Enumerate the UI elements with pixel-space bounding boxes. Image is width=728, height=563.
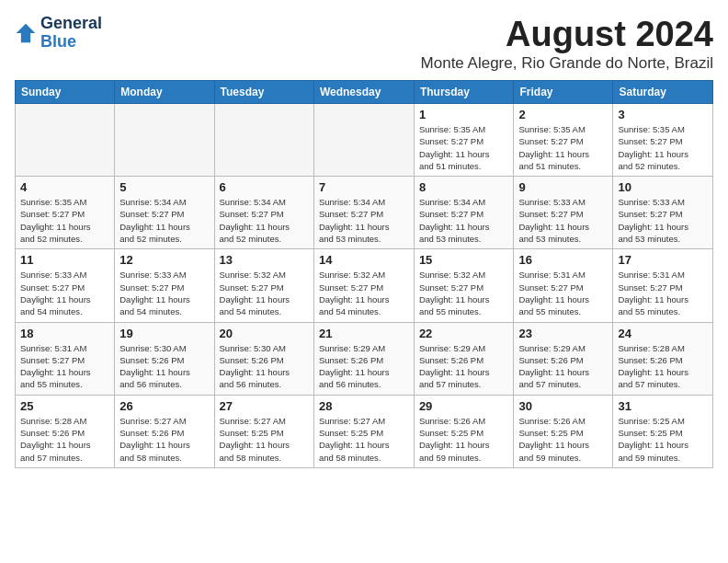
day-info: Sunrise: 5:25 AM Sunset: 5:25 PM Dayligh… [618, 415, 708, 464]
day-number: 11 [20, 253, 109, 267]
weekday-header-row: SundayMondayTuesdayWednesdayThursdayFrid… [16, 81, 713, 104]
day-number: 13 [220, 253, 309, 267]
day-info: Sunrise: 5:34 AM Sunset: 5:27 PM Dayligh… [119, 196, 209, 245]
day-number: 10 [618, 180, 708, 194]
day-number: 8 [419, 180, 509, 194]
day-number: 22 [419, 327, 509, 340]
calendar-title-block: August 2024 Monte Alegre, Rio Grande do … [421, 15, 713, 73]
calendar-cell: 26Sunrise: 5:27 AM Sunset: 5:26 PM Dayli… [115, 395, 214, 467]
day-info: Sunrise: 5:31 AM Sunset: 5:27 PM Dayligh… [20, 342, 109, 391]
day-info: Sunrise: 5:28 AM Sunset: 5:26 PM Dayligh… [618, 342, 708, 391]
day-info: Sunrise: 5:26 AM Sunset: 5:25 PM Dayligh… [419, 415, 509, 464]
calendar-cell: 29Sunrise: 5:26 AM Sunset: 5:25 PM Dayli… [414, 395, 514, 467]
calendar-cell: 27Sunrise: 5:27 AM Sunset: 5:25 PM Dayli… [214, 395, 313, 467]
calendar-cell: 18Sunrise: 5:31 AM Sunset: 5:27 PM Dayli… [16, 322, 115, 395]
day-number: 20 [220, 327, 309, 340]
week-row-4: 18Sunrise: 5:31 AM Sunset: 5:27 PM Dayli… [16, 322, 713, 395]
calendar-cell: 8Sunrise: 5:34 AM Sunset: 5:27 PM Daylig… [414, 177, 514, 249]
day-number: 17 [618, 253, 708, 267]
day-info: Sunrise: 5:30 AM Sunset: 5:26 PM Dayligh… [119, 342, 209, 391]
calendar-table: SundayMondayTuesdayWednesdayThursdayFrid… [15, 80, 713, 468]
day-number: 15 [419, 253, 509, 267]
calendar-cell [115, 104, 214, 177]
day-number: 3 [618, 108, 708, 121]
day-info: Sunrise: 5:29 AM Sunset: 5:26 PM Dayligh… [419, 342, 509, 391]
calendar-cell: 3Sunrise: 5:35 AM Sunset: 5:27 PM Daylig… [613, 104, 713, 177]
day-number: 9 [518, 180, 608, 194]
day-number: 19 [119, 327, 209, 340]
day-number: 30 [518, 399, 608, 413]
calendar-body: 1Sunrise: 5:35 AM Sunset: 5:27 PM Daylig… [16, 104, 713, 468]
day-info: Sunrise: 5:32 AM Sunset: 5:27 PM Dayligh… [319, 269, 409, 317]
day-info: Sunrise: 5:33 AM Sunset: 5:27 PM Dayligh… [119, 269, 209, 317]
day-info: Sunrise: 5:27 AM Sunset: 5:25 PM Dayligh… [319, 415, 409, 464]
day-info: Sunrise: 5:31 AM Sunset: 5:27 PM Dayligh… [518, 269, 608, 317]
day-number: 31 [618, 399, 708, 413]
calendar-cell: 14Sunrise: 5:32 AM Sunset: 5:27 PM Dayli… [313, 249, 414, 322]
day-number: 24 [618, 327, 708, 340]
calendar-cell: 7Sunrise: 5:34 AM Sunset: 5:27 PM Daylig… [313, 177, 414, 249]
weekday-tuesday: Tuesday [214, 81, 313, 104]
calendar-cell: 2Sunrise: 5:35 AM Sunset: 5:27 PM Daylig… [514, 104, 613, 177]
calendar-cell: 21Sunrise: 5:29 AM Sunset: 5:26 PM Dayli… [313, 322, 414, 395]
calendar-cell [313, 104, 414, 177]
calendar-cell: 1Sunrise: 5:35 AM Sunset: 5:27 PM Daylig… [414, 104, 514, 177]
day-number: 23 [518, 327, 608, 340]
logo-blue: Blue [40, 32, 76, 51]
day-number: 14 [319, 253, 409, 267]
day-info: Sunrise: 5:31 AM Sunset: 5:27 PM Dayligh… [618, 269, 708, 317]
day-number: 1 [419, 108, 509, 121]
day-number: 7 [319, 180, 409, 194]
day-info: Sunrise: 5:33 AM Sunset: 5:27 PM Dayligh… [518, 196, 608, 245]
calendar-cell [16, 104, 115, 177]
day-number: 26 [119, 399, 209, 413]
calendar-title: August 2024 [421, 15, 713, 54]
day-info: Sunrise: 5:35 AM Sunset: 5:27 PM Dayligh… [618, 123, 708, 172]
calendar-cell: 10Sunrise: 5:33 AM Sunset: 5:27 PM Dayli… [613, 177, 713, 249]
day-number: 6 [220, 180, 309, 194]
day-info: Sunrise: 5:35 AM Sunset: 5:27 PM Dayligh… [20, 196, 109, 245]
day-number: 16 [518, 253, 608, 267]
day-number: 5 [119, 180, 209, 194]
calendar-cell: 9Sunrise: 5:33 AM Sunset: 5:27 PM Daylig… [514, 177, 613, 249]
logo: General Blue [15, 15, 102, 52]
logo-text: General Blue [40, 15, 102, 52]
calendar-cell: 13Sunrise: 5:32 AM Sunset: 5:27 PM Dayli… [214, 249, 313, 322]
calendar-cell: 5Sunrise: 5:34 AM Sunset: 5:27 PM Daylig… [115, 177, 214, 249]
day-info: Sunrise: 5:28 AM Sunset: 5:26 PM Dayligh… [20, 415, 109, 464]
day-info: Sunrise: 5:33 AM Sunset: 5:27 PM Dayligh… [618, 196, 708, 245]
logo-general: General [40, 14, 102, 32]
calendar-cell: 15Sunrise: 5:32 AM Sunset: 5:27 PM Dayli… [414, 249, 514, 322]
calendar-cell: 12Sunrise: 5:33 AM Sunset: 5:27 PM Dayli… [115, 249, 214, 322]
weekday-monday: Monday [115, 81, 214, 104]
weekday-saturday: Saturday [613, 81, 713, 104]
calendar-cell: 6Sunrise: 5:34 AM Sunset: 5:27 PM Daylig… [214, 177, 313, 249]
calendar-cell: 19Sunrise: 5:30 AM Sunset: 5:26 PM Dayli… [115, 322, 214, 395]
calendar-cell: 20Sunrise: 5:30 AM Sunset: 5:26 PM Dayli… [214, 322, 313, 395]
day-info: Sunrise: 5:27 AM Sunset: 5:25 PM Dayligh… [220, 415, 309, 464]
day-number: 25 [20, 399, 109, 413]
calendar-cell: 24Sunrise: 5:28 AM Sunset: 5:26 PM Dayli… [613, 322, 713, 395]
day-info: Sunrise: 5:29 AM Sunset: 5:26 PM Dayligh… [319, 342, 409, 391]
day-info: Sunrise: 5:34 AM Sunset: 5:27 PM Dayligh… [319, 196, 409, 245]
day-info: Sunrise: 5:35 AM Sunset: 5:27 PM Dayligh… [518, 123, 608, 172]
calendar-cell: 25Sunrise: 5:28 AM Sunset: 5:26 PM Dayli… [16, 395, 115, 467]
day-info: Sunrise: 5:33 AM Sunset: 5:27 PM Dayligh… [20, 269, 109, 317]
calendar-cell: 23Sunrise: 5:29 AM Sunset: 5:26 PM Dayli… [514, 322, 613, 395]
weekday-sunday: Sunday [16, 81, 115, 104]
calendar-cell: 28Sunrise: 5:27 AM Sunset: 5:25 PM Dayli… [313, 395, 414, 467]
svg-marker-0 [17, 24, 36, 43]
page-header: General Blue August 2024 Monte Alegre, R… [15, 15, 713, 73]
calendar-cell: 4Sunrise: 5:35 AM Sunset: 5:27 PM Daylig… [16, 177, 115, 249]
week-row-3: 11Sunrise: 5:33 AM Sunset: 5:27 PM Dayli… [16, 249, 713, 322]
day-info: Sunrise: 5:30 AM Sunset: 5:26 PM Dayligh… [220, 342, 309, 391]
calendar-cell: 16Sunrise: 5:31 AM Sunset: 5:27 PM Dayli… [514, 249, 613, 322]
week-row-5: 25Sunrise: 5:28 AM Sunset: 5:26 PM Dayli… [16, 395, 713, 467]
day-number: 27 [220, 399, 309, 413]
day-info: Sunrise: 5:27 AM Sunset: 5:26 PM Dayligh… [119, 415, 209, 464]
calendar-subtitle: Monte Alegre, Rio Grande do Norte, Brazi… [421, 54, 713, 73]
calendar-cell [214, 104, 313, 177]
calendar-cell: 17Sunrise: 5:31 AM Sunset: 5:27 PM Dayli… [613, 249, 713, 322]
week-row-1: 1Sunrise: 5:35 AM Sunset: 5:27 PM Daylig… [16, 104, 713, 177]
calendar-cell: 11Sunrise: 5:33 AM Sunset: 5:27 PM Dayli… [16, 249, 115, 322]
